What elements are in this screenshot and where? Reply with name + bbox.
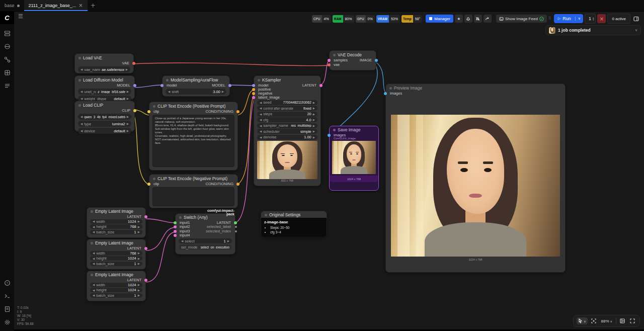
widget-clip-name[interactable]: ◀qwen_3_4b_fp4_mixed.safeten...▶ (78, 114, 131, 120)
node-load-diffusion-model[interactable]: Load Diffusion Model MODEL ◀unet_na...z_… (74, 75, 135, 100)
collapse-dot[interactable] (389, 87, 392, 90)
widget-sel-mode[interactable]: sel_modeselect_on_execution (179, 244, 232, 250)
run-dropdown-chevron-icon[interactable]: ∨ (575, 17, 583, 21)
canvas-menu-icon[interactable]: ☰ (18, 13, 23, 20)
collapse-dot[interactable] (153, 178, 155, 180)
save-image-thumbnail[interactable] (332, 141, 376, 174)
collapse-dot[interactable] (153, 105, 155, 108)
terminal-icon[interactable] (3, 292, 11, 300)
collapse-dot[interactable] (333, 129, 336, 131)
pointer-chevron-icon[interactable]: ∨ (584, 319, 586, 323)
logs-icon[interactable] (3, 305, 11, 313)
port-image-out[interactable] (375, 59, 378, 62)
minimap-toggle-button[interactable] (618, 317, 626, 324)
port-images-in[interactable] (328, 134, 331, 137)
node-empty-latent-2[interactable]: Empty Latent Image LATENT ◀width768▶ ◀he… (87, 239, 146, 270)
port-latent-out[interactable] (319, 84, 323, 87)
node-model-sampling-auraflow[interactable]: ModelSamplingAuraFlow model MODEL ◀shift… (162, 75, 230, 97)
preview-image-photo[interactable] (391, 115, 560, 257)
save-image-filename[interactable]: ComfyUI/z_image (330, 137, 378, 140)
cancel-run-button[interactable]: × (597, 14, 606, 23)
widget-scheduler[interactable]: ◀schedulersimple▶ (257, 129, 317, 134)
share-arrow-icon[interactable] (484, 15, 492, 23)
widget-width[interactable]: ◀width1024▶ (90, 219, 142, 224)
node-switch-any[interactable]: Switch (Any) input1 LATENT input2 select… (175, 213, 235, 255)
port-conditioning-out[interactable] (236, 110, 239, 113)
widget-unet-name[interactable]: ◀unet_na...z_image_bf16.safetensors▶ (78, 89, 131, 95)
queue-icon[interactable] (3, 81, 11, 90)
widget-seed[interactable]: ◀seed770044821193062▶ (257, 100, 317, 105)
port-model-out[interactable] (133, 84, 136, 87)
collapse-dot[interactable] (78, 79, 81, 81)
port-clip-in[interactable] (147, 110, 150, 113)
run-button[interactable]: ▷Run ∨ (554, 14, 583, 23)
negative-prompt-textarea[interactable] (152, 187, 234, 206)
node-empty-latent-3[interactable]: Empty Latent Image LATENT ◀width1024▶ ◀h… (87, 271, 146, 301)
port-negative-in[interactable] (252, 92, 255, 95)
bell-off-icon[interactable] (474, 15, 482, 23)
port-input3[interactable] (174, 230, 177, 233)
node-vae-decode[interactable]: VAE Decode samples IMAGE vae (329, 50, 376, 70)
workflows-icon[interactable] (3, 29, 11, 37)
panel-toggle-icon[interactable] (632, 15, 640, 23)
widget-steps[interactable]: ◀steps20▶ (257, 112, 317, 117)
widget-shift[interactable]: ◀shift3.00▶ (166, 89, 226, 95)
port-input2[interactable] (174, 225, 177, 228)
node-preview-image[interactable]: Preview Image images 1024 x 768 (385, 84, 566, 273)
bell-icon[interactable] (464, 15, 472, 23)
port-selected-index-out[interactable] (235, 230, 237, 232)
port-latent-out[interactable] (144, 247, 147, 250)
port-images-in[interactable] (384, 92, 387, 95)
port-selected-label-out[interactable] (235, 226, 237, 228)
collapse-dot[interactable] (78, 104, 81, 107)
port-samples-in[interactable] (328, 59, 331, 62)
collapse-dot[interactable] (333, 54, 336, 56)
tab-close-icon[interactable]: × (78, 3, 83, 8)
node-save-image-selected[interactable]: Save Image images ComfyUI/z_image 1024 x… (329, 126, 379, 191)
widget-batch-size[interactable]: ◀batch_size1▶ (90, 262, 142, 266)
widget-vae-name[interactable]: ◀vae_nameae.safetensors▶ (78, 66, 130, 72)
models-icon[interactable] (3, 68, 11, 76)
node-ksampler[interactable]: KSampler model LATENT positive negative … (254, 75, 321, 186)
batch-count-stepper[interactable]: 1 ▴▾ (585, 14, 596, 24)
pointer-tool-button[interactable]: ∨ (577, 317, 587, 324)
show-image-feed-button[interactable]: Show Image Feed (496, 15, 547, 23)
widget-batch-size[interactable]: ◀batch_size1▶ (90, 230, 142, 234)
port-latent-out[interactable] (144, 279, 147, 282)
port-model-in[interactable] (160, 84, 164, 87)
port-input4[interactable] (174, 234, 177, 237)
port-positive-in[interactable] (252, 88, 255, 91)
toolbar-drag-handle[interactable]: ⠿ (548, 18, 552, 20)
widget-cfg[interactable]: ◀cfg4.0▶ (257, 117, 317, 122)
collapse-dot[interactable] (166, 79, 169, 81)
port-model-out[interactable] (228, 84, 231, 87)
help-icon[interactable]: ? (3, 279, 11, 287)
widget-clip-device[interactable]: ◀devicedefault▶ (78, 128, 131, 134)
widget-width[interactable]: ◀width768▶ (90, 251, 142, 256)
node-note-original-settings[interactable]: Original Settings z-image-base Steps: 20… (261, 211, 327, 237)
fullscreen-button[interactable] (628, 317, 636, 324)
manager-button[interactable]: Manager (426, 15, 453, 23)
star-icon[interactable]: ★ (455, 15, 463, 23)
comfyui-logo[interactable]: C (0, 11, 14, 24)
widget-sampler-name[interactable]: ◀sampler_nameres_multistep▶ (257, 123, 317, 128)
node-clip-text-encode-positive[interactable]: CLIP Text Encode (Positive Prompt) clip … (149, 102, 238, 171)
port-model-in[interactable] (252, 84, 255, 87)
collapse-dot[interactable] (91, 274, 93, 276)
new-tab-button[interactable]: + (91, 2, 96, 9)
port-conditioning-out[interactable] (236, 183, 239, 186)
collapse-dot[interactable] (179, 216, 182, 219)
job-status-bar[interactable]: 1 job completed ∨ (545, 25, 641, 35)
settings-gear-icon[interactable] (3, 318, 11, 326)
port-latent-out[interactable] (144, 215, 147, 218)
port-input1[interactable] (174, 221, 177, 224)
collapse-dot[interactable] (91, 242, 93, 244)
collapse-dot[interactable] (258, 79, 260, 81)
positive-prompt-textarea[interactable]: Close-up portrait of a Japanese young wo… (152, 115, 234, 167)
port-clip-in[interactable] (147, 183, 150, 186)
collapse-dot[interactable] (78, 57, 81, 59)
assets-icon[interactable] (3, 42, 11, 50)
step-down-icon[interactable]: ▾ (593, 19, 594, 21)
widget-height[interactable]: ◀height768▶ (90, 224, 142, 229)
widget-height[interactable]: ◀height1024▶ (90, 256, 142, 261)
